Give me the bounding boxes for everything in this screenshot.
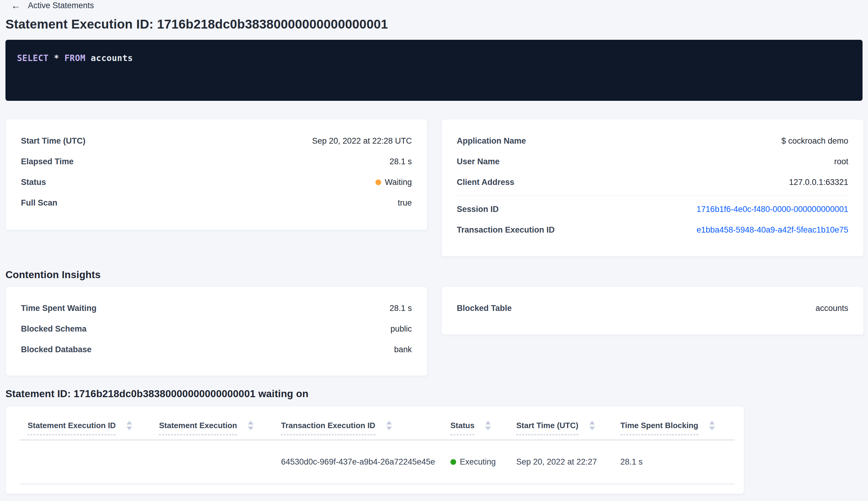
start-time-row: Start Time (UTC) Sep 20, 2022 at 22:28 U… xyxy=(6,130,427,151)
column-header-transaction-execution-id[interactable]: Transaction Execution ID xyxy=(281,421,451,430)
full-scan-value: true xyxy=(398,198,412,208)
status-row: Status Waiting xyxy=(6,172,427,192)
sql-statement-text: SELECT * FROM accounts xyxy=(17,53,851,63)
transaction-execution-id-row: Transaction Execution ID e1bba458-5948-4… xyxy=(442,220,864,240)
column-header-start-time-label[interactable]: Start Time (UTC) xyxy=(516,421,578,435)
column-header-statement-execution-id[interactable]: Statement Execution ID xyxy=(28,421,159,430)
application-name-value: $ cockroach demo xyxy=(781,136,848,146)
waiting-on-heading: Statement ID: 1716b218dc0b38380000000000… xyxy=(6,388,308,399)
column-header-status-label[interactable]: Status xyxy=(451,421,474,435)
elapsed-time-row: Elapsed Time 28.1 s xyxy=(6,151,427,172)
start-time-value: Sep 20, 2022 at 22:28 UTC xyxy=(312,136,412,146)
application-name-row: Application Name $ cockroach demo xyxy=(442,130,864,151)
blocked-table-label: Blocked Table xyxy=(457,303,512,313)
waiting-on-table: Statement Execution ID Statement Executi… xyxy=(6,406,744,494)
status-label: Status xyxy=(21,178,46,187)
session-card: Application Name $ cockroach demo User N… xyxy=(441,119,864,257)
column-header-statement-execution-label[interactable]: Statement Execution xyxy=(159,421,237,435)
back-to-active-statements-link[interactable]: ← Active Statements xyxy=(11,1,94,10)
sort-arrows-icon[interactable] xyxy=(127,421,132,430)
cell-start-time: Sep 20, 2022 at 22:27 xyxy=(516,457,620,467)
client-address-row: Client Address 127.0.0.1:63321 xyxy=(442,172,864,192)
transaction-execution-id-label: Transaction Execution ID xyxy=(457,225,555,235)
cell-status-value: Executing xyxy=(460,457,496,467)
sort-arrows-icon[interactable] xyxy=(485,421,491,430)
cell-time-spent-blocking: 28.1 s xyxy=(620,457,744,467)
status-value: Waiting xyxy=(385,178,412,187)
blocked-table-row: Blocked Table accounts xyxy=(442,298,864,319)
sql-table-name: accounts xyxy=(91,53,133,63)
blocked-table-card: Blocked Table accounts xyxy=(441,286,864,335)
session-id-label: Session ID xyxy=(457,205,499,214)
contention-insights-heading: Contention Insights xyxy=(6,269,101,280)
cell-status: Executing xyxy=(451,457,516,467)
sort-arrows-icon[interactable] xyxy=(589,421,595,430)
blocked-schema-value: public xyxy=(390,324,412,334)
time-spent-waiting-value: 28.1 s xyxy=(389,303,412,313)
user-name-row: User Name root xyxy=(442,151,864,172)
column-header-statement-execution[interactable]: Statement Execution xyxy=(159,421,281,430)
arrow-left-icon: ← xyxy=(11,1,21,10)
blocked-table-value: accounts xyxy=(815,303,848,313)
elapsed-time-value: 28.1 s xyxy=(389,157,412,167)
sql-keyword-select: SELECT xyxy=(17,53,48,63)
session-id-link[interactable]: 1716b1f6-4e0c-f480-0000-000000000001 xyxy=(696,205,848,214)
blocked-database-label: Blocked Database xyxy=(21,345,92,354)
status-executing-dot-icon xyxy=(451,459,456,465)
blocked-database-row: Blocked Database bank xyxy=(6,339,427,360)
sql-keyword-from: FROM xyxy=(64,53,85,63)
column-header-time-spent-blocking[interactable]: Time Spent Blocking xyxy=(620,421,744,430)
column-header-time-spent-blocking-label[interactable]: Time Spent Blocking xyxy=(620,421,698,435)
column-header-transaction-execution-id-label[interactable]: Transaction Execution ID xyxy=(281,421,376,435)
time-spent-waiting-row: Time Spent Waiting 28.1 s xyxy=(6,298,427,319)
column-header-status[interactable]: Status xyxy=(451,421,516,430)
full-scan-label: Full Scan xyxy=(21,198,57,208)
start-time-label: Start Time (UTC) xyxy=(21,136,86,146)
sql-statement-box: SELECT * FROM accounts xyxy=(6,40,862,101)
contention-card: Time Spent Waiting 28.1 s Blocked Schema… xyxy=(6,286,427,376)
client-address-value: 127.0.0.1:63321 xyxy=(789,178,848,187)
session-card-divider xyxy=(457,195,848,196)
elapsed-time-label: Elapsed Time xyxy=(21,157,74,167)
user-name-label: User Name xyxy=(457,157,500,167)
table-row-separator xyxy=(19,484,735,484)
status-badge: Waiting xyxy=(376,178,412,187)
blocked-schema-row: Blocked Schema public xyxy=(6,319,427,339)
table-header-row: Statement Execution ID Statement Executi… xyxy=(6,406,744,440)
blocked-database-value: bank xyxy=(394,345,412,354)
application-name-label: Application Name xyxy=(457,136,526,146)
cell-transaction-execution-id: 64530d0c-969f-437e-a9b4-26a72245e45e xyxy=(281,457,451,467)
client-address-label: Client Address xyxy=(457,178,514,187)
blocked-schema-label: Blocked Schema xyxy=(21,324,87,334)
column-header-statement-execution-id-label[interactable]: Statement Execution ID xyxy=(28,421,116,435)
overview-card: Start Time (UTC) Sep 20, 2022 at 22:28 U… xyxy=(6,119,427,230)
sql-star: * xyxy=(54,53,59,63)
user-name-value: root xyxy=(834,157,848,167)
sort-arrows-icon[interactable] xyxy=(248,421,253,430)
page-title: Statement Execution ID: 1716b218dc0b3838… xyxy=(6,17,388,32)
time-spent-waiting-label: Time Spent Waiting xyxy=(21,303,97,313)
full-scan-row: Full Scan true xyxy=(6,192,427,213)
status-waiting-dot-icon xyxy=(376,180,381,185)
session-id-row: Session ID 1716b1f6-4e0c-f480-0000-00000… xyxy=(442,199,864,220)
back-link-label: Active Statements xyxy=(28,1,94,10)
column-header-start-time[interactable]: Start Time (UTC) xyxy=(516,421,620,430)
table-row: 64530d0c-969f-437e-a9b4-26a72245e45e Exe… xyxy=(6,440,744,484)
sort-arrows-icon[interactable] xyxy=(709,421,715,430)
transaction-execution-id-link[interactable]: e1bba458-5948-40a9-a42f-5feac1b10e75 xyxy=(696,225,848,235)
sort-arrows-icon[interactable] xyxy=(386,421,392,430)
